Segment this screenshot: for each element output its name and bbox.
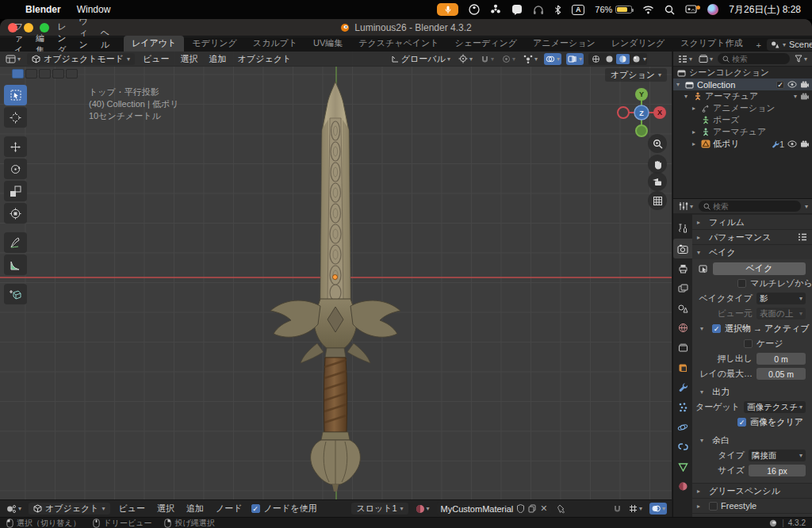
viewport-menu-add[interactable]: 追加	[206, 53, 230, 65]
tool-scale[interactable]	[4, 181, 27, 201]
outliner-filter-dropdown[interactable]: ▾	[793, 53, 809, 65]
expand-icon[interactable]: ▸	[692, 105, 700, 112]
tab-uv-editing[interactable]: UV編集	[305, 36, 350, 52]
tab-scene-properties[interactable]	[673, 298, 692, 318]
perspective-toggle-button[interactable]	[648, 191, 667, 210]
bake-type-dropdown[interactable]: 影▾	[756, 293, 806, 304]
selected-to-active-checkbox[interactable]: ✓	[712, 324, 721, 333]
options-dropdown[interactable]: オプション ▾	[605, 68, 667, 82]
tab-shading[interactable]: シェーディング	[447, 36, 526, 52]
collapse-icon[interactable]: ▾	[700, 325, 708, 332]
chevron-down-icon[interactable]: ▾	[794, 93, 797, 100]
gizmo-axis-y-negative[interactable]	[636, 125, 647, 136]
tab-rendering[interactable]: レンダリング	[603, 36, 673, 52]
pivot-point-dropdown[interactable]: ▾	[457, 53, 474, 65]
fan-icon[interactable]	[490, 4, 501, 15]
panel-bake[interactable]: ▾ ベイク	[692, 244, 812, 259]
tool-measure[interactable]	[4, 254, 27, 275]
headphones-icon[interactable]	[533, 5, 544, 15]
material-browse-button[interactable]: ▾	[414, 503, 431, 515]
object-origin-point[interactable]	[332, 274, 338, 280]
panel-performance[interactable]: ▸ パフォーマンス	[692, 229, 812, 244]
panel-film[interactable]: ▸ フィルム	[692, 214, 812, 229]
view-from-dropdown[interactable]: 表面の上▾	[756, 308, 806, 319]
outliner-search[interactable]	[718, 53, 790, 64]
unlink-material-icon[interactable]: ✕	[540, 503, 547, 514]
tab-particle-properties[interactable]	[673, 397, 692, 417]
disable-render-camera-icon[interactable]	[800, 93, 809, 100]
tool-cursor[interactable]	[4, 107, 27, 128]
shading-dropdown[interactable]: ▾	[643, 55, 646, 63]
zoom-view-button[interactable]	[648, 134, 667, 153]
use-nodes-checkbox[interactable]: ✓	[251, 504, 260, 513]
extrusion-field[interactable]: 0 m	[756, 353, 806, 365]
margin-size-field[interactable]: 16 px	[749, 465, 806, 476]
transform-orientation-dropdown[interactable]: グローバル ▾	[389, 53, 452, 65]
navigation-gizmo[interactable]: Y X Z	[615, 86, 668, 139]
tab-texture-paint[interactable]: テクスチャペイント	[350, 36, 446, 52]
line-app-icon[interactable]	[511, 4, 523, 15]
xray-toggle[interactable]: ▾	[566, 53, 584, 65]
select-mode-subtract[interactable]	[39, 69, 51, 78]
snap-node-icon[interactable]	[613, 504, 622, 513]
multires-checkbox[interactable]	[737, 279, 746, 288]
clear-image-checkbox[interactable]: ✓	[737, 418, 746, 427]
siri-icon[interactable]	[707, 4, 718, 15]
menubar-datetime[interactable]: 7月26日(土) 8:28	[729, 3, 801, 17]
properties-search-input[interactable]	[713, 202, 796, 211]
outliner-row-armature-data[interactable]: ▸ アーマチュア	[673, 126, 812, 138]
tab-constraint-properties[interactable]	[673, 437, 692, 457]
obs-icon[interactable]	[469, 4, 480, 15]
properties-search[interactable]	[699, 201, 801, 212]
panel-grease-pencil[interactable]: ▸ グリースペンシル	[692, 483, 812, 498]
shader-menu-view[interactable]: ビュー	[116, 503, 149, 515]
outliner-row-lowpoly[interactable]: ▸ 低ポリ 1	[673, 138, 812, 150]
bake-button[interactable]: ベイク	[713, 262, 806, 275]
freestyle-checkbox[interactable]	[709, 502, 718, 511]
shading-wireframe-button[interactable]	[589, 54, 603, 64]
tab-object-properties[interactable]	[673, 358, 692, 377]
material-slot-dropdown[interactable]: スロット1 ▾	[351, 503, 408, 515]
select-mode-invert[interactable]	[52, 69, 64, 78]
tab-modifier-properties[interactable]	[673, 377, 692, 397]
outliner-row-armature-object[interactable]: ▾ アーマチュア ▾	[673, 90, 812, 102]
bluetooth-icon[interactable]	[554, 5, 561, 15]
outliner-display-mode-dropdown[interactable]: ▾	[676, 53, 694, 65]
expand-icon[interactable]: ▸	[692, 140, 700, 147]
hide-eye-icon[interactable]	[787, 140, 797, 147]
window-titlebar[interactable]: Luminous26 - Blender 4.3.2	[0, 19, 812, 36]
tab-collection-properties[interactable]	[673, 338, 692, 358]
hide-eye-icon[interactable]	[787, 81, 797, 88]
snap-grid-dropdown[interactable]: ▾	[627, 503, 644, 515]
outliner-search-input[interactable]	[732, 55, 785, 63]
use-nodes-toggle[interactable]: ✓ ノードを使用	[251, 503, 317, 515]
tool-annotate[interactable]	[4, 232, 27, 253]
tool-select-box[interactable]	[4, 85, 27, 105]
editor-type-button[interactable]: ▾	[4, 53, 22, 65]
tab-object-data-properties[interactable]	[673, 457, 692, 476]
panel-freestyle[interactable]: ▸ Freestyle	[692, 498, 812, 513]
tool-add-cube[interactable]	[4, 284, 27, 304]
viewport-menu-select[interactable]: 選択	[178, 53, 201, 65]
copy-material-icon[interactable]	[528, 504, 536, 513]
expand-icon[interactable]: ▾	[676, 81, 684, 88]
collapse-icon[interactable]: ▾	[700, 388, 708, 396]
sword-model[interactable]	[262, 77, 412, 492]
shader-type-dropdown[interactable]: オブジェクト ▾	[29, 503, 110, 515]
tab-material-properties[interactable]	[673, 476, 692, 496]
app-menu-blender[interactable]: Blender	[25, 4, 61, 15]
tool-transform[interactable]	[4, 203, 27, 224]
shading-solid-button[interactable]	[603, 54, 616, 64]
preset-list-icon[interactable]	[798, 233, 807, 241]
microphone-active-icon[interactable]	[437, 3, 458, 16]
shading-material-button[interactable]	[616, 54, 630, 64]
zoom-window-button[interactable]	[40, 23, 49, 33]
show-gizmo-dropdown[interactable]: ▾	[522, 53, 539, 65]
shader-menu-add[interactable]: 追加	[183, 503, 207, 515]
viewport-menu-view[interactable]: ビュー	[140, 53, 173, 65]
shading-rendered-button[interactable]	[630, 54, 643, 64]
viewport-menu-object[interactable]: オブジェクト	[235, 53, 295, 65]
tab-world-properties[interactable]	[673, 318, 692, 338]
tab-tool-properties[interactable]	[673, 219, 692, 239]
input-source-icon[interactable]: A	[572, 5, 584, 15]
